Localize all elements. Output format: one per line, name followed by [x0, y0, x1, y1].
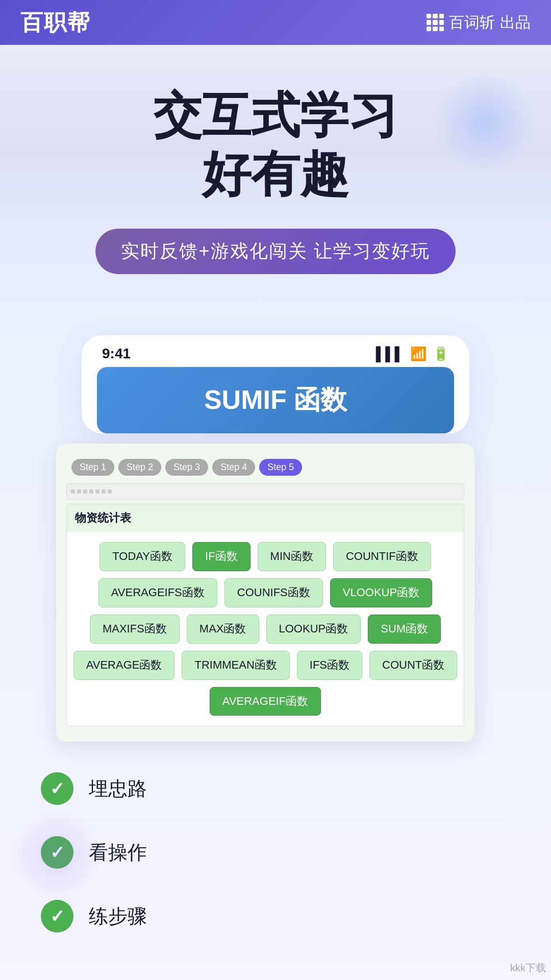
spreadsheet: 物资统计表 TODAY函数IF函数MIN函数COUNTIF函数AVERAGEIF… [66, 504, 464, 726]
step-label-2: 练步骤 [89, 903, 147, 929]
phone-card: 9:41 ▌▌▌ 📶 🔋 SUMIF 函数 [82, 335, 469, 433]
check-mark-icon: ✓ [50, 906, 64, 926]
battery-icon: 🔋 [433, 346, 449, 362]
header-brand: 百词斩 出品 [427, 12, 531, 33]
excel-toolbar [66, 483, 464, 500]
step-2: Step 2 [118, 459, 161, 476]
functions-cloud: TODAY函数IF函数MIN函数COUNTIF函数AVERAGEIFS函数COU… [67, 532, 464, 726]
function-tag: AVERAGEIFS函数 [98, 578, 217, 607]
step-row-2: ✓ 练步骤 [41, 885, 510, 948]
hero-badge: 实时反馈+游戏化闯关 让学习变好玩 [95, 229, 455, 274]
excel-overlay-card: Step 1 Step 2 Step 3 Step 4 Step 5 物资统计表… [56, 444, 474, 742]
step-check-1: ✓ [41, 836, 73, 869]
watermark: kkk下载 [510, 961, 546, 975]
brand-grid-icon [427, 14, 444, 31]
status-bar: 9:41 ▌▌▌ 📶 🔋 [82, 335, 469, 367]
status-icons: ▌▌▌ 📶 🔋 [376, 346, 449, 362]
function-tag: MIN函数 [258, 542, 326, 571]
function-tag: AVERAGE函数 [73, 651, 175, 680]
function-tag: VLOOKUP函数 [330, 578, 432, 607]
function-tag: TODAY函数 [99, 542, 185, 571]
function-tag: TRIMMEAN函数 [182, 651, 289, 680]
function-tag: LOOKUP函数 [266, 615, 361, 644]
function-tag: MAX函数 [187, 615, 259, 644]
step-check-0: ✓ [41, 772, 73, 805]
step-4: Step 4 [212, 459, 255, 476]
function-tag: COUNIFS函数 [224, 578, 323, 607]
hero-section: 交互式学习 好有趣 实时反馈+游戏化闯关 让学习变好玩 [0, 45, 551, 305]
step-3: Step 3 [165, 459, 208, 476]
function-title-header: SUMIF 函数 [97, 367, 454, 433]
function-tag: COUNT函数 [369, 651, 457, 680]
signal-icon: ▌▌▌ [376, 346, 404, 362]
step-label-1: 看操作 [89, 840, 147, 866]
app-header: 百职帮 百词斩 出品 [0, 0, 551, 45]
hero-title: 交互式学习 好有趣 [31, 86, 520, 203]
function-tag: MAXIFS函数 [90, 615, 180, 644]
check-mark-icon: ✓ [50, 842, 64, 863]
status-time: 9:41 [102, 346, 131, 362]
wifi-icon: 📶 [410, 346, 427, 362]
step-5-active: Step 5 [259, 459, 302, 476]
function-title: SUMIF 函数 [204, 385, 347, 414]
function-tag: IFS函数 [297, 651, 362, 680]
check-mark-icon: ✓ [50, 778, 64, 799]
function-tag: AVERAGEIF函数 [210, 687, 321, 716]
brand-name: 百词斩 [449, 12, 495, 33]
spreadsheet-title: 物资统计表 [67, 504, 464, 532]
step-1: Step 1 [71, 459, 114, 476]
step-label-0: 埋忠路 [89, 776, 147, 802]
mockup-section: 9:41 ▌▌▌ 📶 🔋 SUMIF 函数 Step 1 Step 2 Step… [0, 305, 551, 980]
app-logo: 百职帮 [20, 8, 91, 38]
steps-list: ✓ 埋忠路 ✓ 看操作 ✓ 练步骤 [20, 742, 531, 963]
step-check-2: ✓ [41, 900, 73, 933]
brand-suffix: 出品 [500, 12, 531, 33]
step-row-0: ✓ 埋忠路 [41, 757, 510, 821]
steps-bar: Step 1 Step 2 Step 3 Step 4 Step 5 [66, 459, 464, 476]
function-tag: IF函数 [192, 542, 251, 571]
function-tag: SUM函数 [368, 615, 441, 644]
step-row-1: ✓ 看操作 [41, 821, 510, 885]
function-tag: COUNTIF函数 [333, 542, 431, 571]
